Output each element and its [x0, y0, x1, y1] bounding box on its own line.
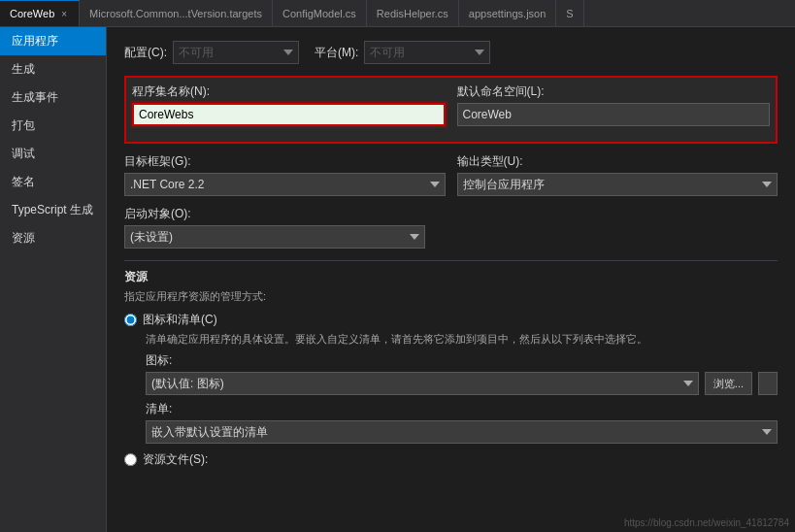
config-platform-row: 配置(C): 不可用 平台(M): 不可用	[124, 41, 778, 64]
sidebar-item-sign[interactable]: 签名	[0, 168, 106, 196]
sidebar-item-build-events[interactable]: 生成事件	[0, 83, 106, 112]
tab-redishelper[interactable]: RedisHelper.cs	[367, 0, 459, 26]
icon-select-wrapper: (默认值: 图标)	[146, 372, 699, 395]
framework-output-row: 目标框架(G): .NET Core 2.2 输出类型(U): 控制台应用程序	[124, 153, 778, 196]
tab-label-redishelper: RedisHelper.cs	[377, 8, 448, 19]
radio1-label[interactable]: 图标和清单(C)	[143, 312, 217, 328]
tab-configmodel[interactable]: ConfigModel.cs	[273, 0, 367, 26]
platform-label: 平台(M):	[315, 45, 358, 61]
assembly-row: 程序集名称(N): 默认命名空间(L):	[132, 83, 770, 126]
divider	[124, 260, 778, 261]
tab-close-coreweb[interactable]: ×	[59, 8, 69, 20]
tab-label-appsettings: appsettings.json	[469, 8, 547, 19]
tab-bar: CoreWeb×Microsoft.Common...tVersion.targ…	[0, 0, 795, 27]
framework-label: 目标框架(G):	[124, 153, 446, 170]
sidebar: 应用程序生成生成事件打包调试签名TypeScript 生成资源	[0, 27, 107, 532]
output-select[interactable]: 控制台应用程序	[457, 173, 778, 196]
startup-select[interactable]: (未设置)	[124, 225, 425, 249]
radio-resource-file[interactable]	[124, 453, 137, 466]
tab-label-coreweb: CoreWeb	[10, 8, 54, 19]
sidebar-item-app[interactable]: 应用程序	[0, 27, 106, 55]
sidebar-item-build[interactable]: 生成	[0, 55, 106, 83]
radio-icon-manifest[interactable]	[124, 314, 137, 326]
radio1-row: 图标和清单(C)	[124, 312, 778, 328]
namespace-input[interactable]	[457, 103, 771, 126]
assembly-label: 程序集名称(N):	[132, 83, 446, 100]
tab-appsettings[interactable]: appsettings.json	[459, 0, 557, 26]
startup-select-wrapper: (未设置)	[124, 225, 425, 249]
assembly-col: 程序集名称(N):	[132, 83, 446, 126]
sidebar-item-debug[interactable]: 调试	[0, 140, 106, 168]
tab-msbuild[interactable]: Microsoft.Common...tVersion.targets	[80, 0, 273, 26]
assembly-highlighted-box: 程序集名称(N): 默认命名空间(L):	[124, 76, 778, 144]
radio2-label[interactable]: 资源文件(S):	[143, 451, 208, 468]
tab-label-msbuild: Microsoft.Common...tVersion.targets	[89, 8, 262, 19]
sidebar-item-typescript[interactable]: TypeScript 生成	[0, 196, 106, 224]
icon-section: 图标: (默认值: 图标) 浏览... 清单: 嵌入带默认设置的清单	[146, 352, 778, 444]
browse-button[interactable]: 浏览...	[705, 372, 752, 395]
sidebar-item-package[interactable]: 打包	[0, 112, 106, 140]
tab-label-configmodel: ConfigModel.cs	[282, 8, 356, 19]
platform-select[interactable]: 不可用	[364, 41, 490, 64]
radio2-row: 资源文件(S):	[124, 451, 778, 468]
namespace-col: 默认命名空间(L):	[457, 83, 771, 126]
startup-label: 启动对象(O):	[124, 206, 425, 222]
platform-group: 平台(M): 不可用	[315, 41, 490, 64]
icon-row: (默认值: 图标) 浏览...	[146, 372, 778, 395]
output-label: 输出类型(U):	[457, 153, 778, 170]
output-col: 输出类型(U): 控制台应用程序	[457, 153, 778, 196]
manifest-field-label: 清单:	[146, 401, 778, 417]
platform-select-wrapper: 不可用	[364, 41, 490, 64]
namespace-label: 默认命名空间(L):	[457, 83, 771, 100]
tab-label-more: S	[566, 8, 573, 19]
framework-col: 目标框架(G): .NET Core 2.2	[124, 153, 446, 196]
framework-select-wrapper: .NET Core 2.2	[124, 173, 446, 196]
resources-desc: 指定应用程序资源的管理方式:	[124, 289, 778, 304]
framework-select[interactable]: .NET Core 2.2	[124, 173, 446, 196]
tab-more[interactable]: S	[556, 0, 583, 26]
output-select-wrapper: 控制台应用程序	[457, 173, 778, 196]
startup-col: 启动对象(O): (未设置)	[124, 206, 425, 249]
main-container: 应用程序生成生成事件打包调试签名TypeScript 生成资源 配置(C): 不…	[0, 27, 795, 532]
icon-field-label: 图标:	[146, 352, 778, 369]
resources-label: 资源	[124, 269, 778, 285]
content-area: 配置(C): 不可用 平台(M): 不可用 程序集	[107, 27, 795, 532]
config-select[interactable]: 不可用	[173, 41, 299, 64]
manifest-select[interactable]: 嵌入带默认设置的清单	[146, 420, 778, 444]
config-select-wrapper: 不可用	[173, 41, 299, 64]
manifest-select-wrapper: 嵌入带默认设置的清单	[146, 420, 778, 444]
assembly-input[interactable]	[132, 103, 446, 126]
sidebar-item-resources[interactable]: 资源	[0, 224, 106, 252]
watermark: https://blog.csdn.net/weixin_41812784	[624, 517, 789, 528]
radio1-desc: 清单确定应用程序的具体设置。要嵌入自定义清单，请首先将它添加到项目中，然后从以下…	[146, 332, 778, 347]
tab-coreweb[interactable]: CoreWeb×	[0, 0, 80, 26]
icon-select[interactable]: (默认值: 图标)	[146, 372, 699, 395]
icon-preview	[758, 372, 778, 395]
config-label: 配置(C):	[124, 45, 167, 61]
config-group: 配置(C): 不可用	[124, 41, 299, 64]
